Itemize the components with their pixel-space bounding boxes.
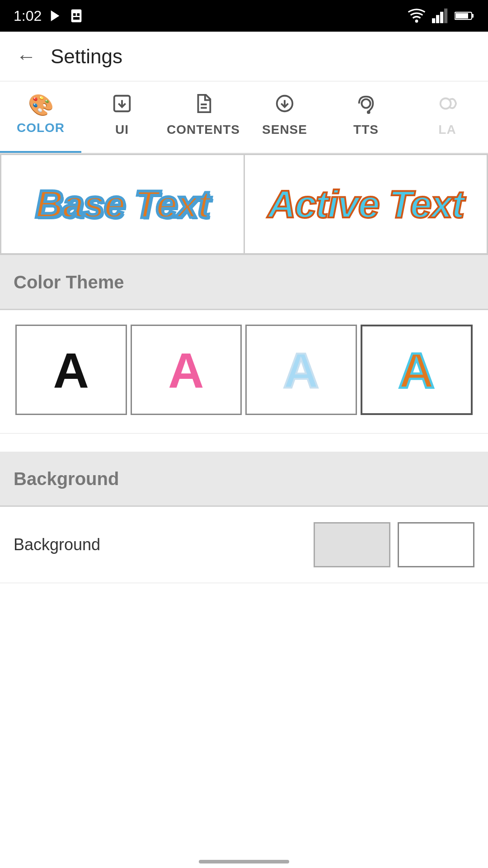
svg-marker-0 [51, 10, 60, 21]
svg-rect-12 [472, 14, 474, 18]
tab-ui-label: UI [115, 123, 129, 137]
tab-la-label: LA [438, 123, 456, 137]
signal-icon [432, 8, 448, 24]
tab-tts-label: TTS [353, 123, 379, 137]
svg-point-19 [361, 99, 370, 108]
letter-blue: A [283, 341, 319, 399]
preview-container: Base Text Active Text [0, 154, 488, 255]
back-button[interactable]: ← [13, 42, 40, 71]
wifi-icon [408, 8, 426, 24]
svg-rect-2 [73, 13, 76, 16]
bg-color-gray[interactable] [314, 522, 390, 567]
tab-la[interactable]: LA [407, 81, 488, 153]
svg-rect-8 [440, 12, 443, 23]
letter-orange: A [399, 341, 434, 399]
download-box-icon [112, 93, 132, 119]
letter-black: A [53, 341, 89, 399]
color-option-pink[interactable]: A [131, 325, 242, 415]
tab-sense[interactable]: SENSE [244, 81, 325, 153]
tab-contents[interactable]: CONTENTS [163, 81, 244, 153]
palette-icon: 🎨 [28, 93, 54, 117]
preview-base[interactable]: Base Text [0, 154, 245, 253]
svg-rect-1 [71, 9, 82, 22]
letter-pink: A [168, 341, 204, 399]
color-theme-title: Color Theme [14, 272, 124, 292]
download-circle-icon [274, 93, 295, 119]
hearing-icon [356, 93, 376, 119]
background-section-title: Background [14, 469, 119, 489]
background-color-options [314, 522, 474, 567]
page-title: Settings [51, 45, 122, 68]
preview-active[interactable]: Active Text [245, 154, 488, 253]
tab-bar: 🎨 COLOR UI CONTENTS [0, 81, 488, 154]
toolbar: ← Settings [0, 32, 488, 81]
status-right [408, 8, 474, 24]
base-text-preview: Base Text [35, 182, 209, 226]
svg-rect-4 [73, 17, 80, 20]
svg-rect-7 [436, 15, 439, 23]
la-icon [437, 93, 458, 119]
status-bar: 1:02 [0, 0, 488, 32]
color-theme-section-header: Color Theme [0, 255, 488, 309]
active-text-preview: Active Text [267, 182, 464, 226]
document-icon [193, 93, 214, 119]
status-left: 1:02 [14, 8, 84, 24]
tab-tts[interactable]: TTS [325, 81, 407, 153]
scroll-indicator-container [0, 841, 488, 868]
svg-point-20 [368, 111, 370, 113]
status-time: 1:02 [14, 8, 42, 24]
svg-point-5 [415, 19, 418, 23]
color-option-orange[interactable]: A [361, 325, 473, 415]
color-option-black[interactable]: A [15, 325, 127, 415]
battery-icon [455, 10, 474, 22]
tab-ui[interactable]: UI [81, 81, 163, 153]
background-section-header: Background [0, 452, 488, 506]
svg-rect-11 [455, 13, 468, 19]
tab-sense-label: SENSE [262, 123, 307, 137]
tab-color[interactable]: 🎨 COLOR [0, 81, 81, 153]
scroll-thumb [199, 860, 289, 863]
color-option-blue[interactable]: A [245, 325, 357, 415]
tab-color-label: COLOR [17, 121, 65, 135]
background-row-label: Background [14, 535, 314, 554]
background-row: Background [0, 507, 488, 583]
svg-rect-6 [432, 18, 435, 23]
sim-icon [69, 8, 84, 24]
color-theme-options: A A A A [0, 310, 488, 434]
play-icon [48, 9, 62, 23]
tab-contents-label: CONTENTS [167, 123, 240, 137]
svg-rect-3 [77, 13, 80, 16]
bg-color-white[interactable] [398, 522, 474, 567]
svg-rect-9 [444, 9, 447, 23]
